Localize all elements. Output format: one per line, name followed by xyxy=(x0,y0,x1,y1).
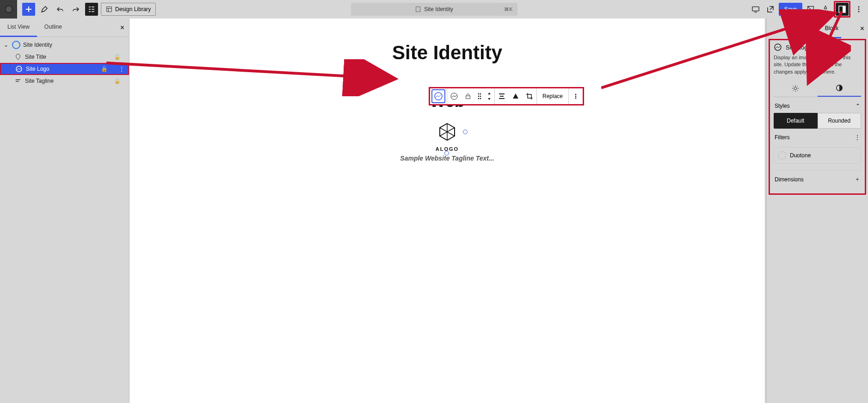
pill-rounded-label: Rounded xyxy=(828,118,850,124)
dimensions-section-header[interactable]: Dimensions ＋ xyxy=(774,170,861,188)
tab-page-label: Page xyxy=(796,25,809,31)
add-block-button[interactable] xyxy=(22,3,35,16)
chevron-up-icon: ⌃ xyxy=(856,103,860,109)
edit-mode-button[interactable] xyxy=(38,3,51,16)
styles-subtab[interactable] xyxy=(818,80,862,97)
styles-button[interactable] xyxy=(819,3,832,16)
tree-item-site-logo[interactable]: Site Logo 🔒 ⋮ xyxy=(0,63,129,75)
tree-root-label: Site Identity xyxy=(23,42,52,48)
undo-button[interactable] xyxy=(54,3,67,16)
replace-label: Replace xyxy=(542,93,563,99)
document-title-bar[interactable]: Site Identity ⌘K xyxy=(351,3,517,16)
svg-point-14 xyxy=(478,93,480,95)
library-icon xyxy=(106,6,112,12)
drag-handle[interactable] xyxy=(475,89,484,103)
duotone-label: Duotone xyxy=(790,152,811,159)
block-tree: ⌄ Site Identity Site Title 🔒 Site Logo 🔒… xyxy=(0,37,129,87)
page-title: Site Identity xyxy=(129,42,765,64)
block-more-button[interactable] xyxy=(569,89,583,103)
tab-page[interactable]: Page xyxy=(794,19,812,38)
wp-logo[interactable] xyxy=(0,0,17,19)
editor-canvas: Site Identity Web Replace xyxy=(129,19,765,403)
block-description: Display an image to represent this site.… xyxy=(774,54,861,75)
block-type-button[interactable] xyxy=(431,89,445,103)
svg-point-9 xyxy=(858,11,860,12)
settings-panel-button[interactable] xyxy=(836,3,849,16)
inspector-button[interactable] xyxy=(804,3,817,16)
tab-block-label: Block xyxy=(825,25,838,31)
document-overview-button[interactable] xyxy=(85,3,98,16)
style-default-button[interactable]: Default xyxy=(774,113,818,129)
svg-rect-2 xyxy=(107,7,112,12)
svg-point-22 xyxy=(575,98,577,99)
redo-button[interactable] xyxy=(69,3,82,16)
svg-rect-6 xyxy=(843,6,845,12)
svg-point-15 xyxy=(480,93,481,95)
view-desktop-button[interactable] xyxy=(749,3,762,16)
more-vertical-icon[interactable]: ⋮ xyxy=(855,134,860,141)
tab-list-view[interactable]: List View xyxy=(0,19,37,37)
tree-item-label: Site Logo xyxy=(26,66,49,72)
align-button[interactable] xyxy=(495,89,509,103)
design-library-button[interactable]: Design Library xyxy=(101,3,156,16)
tagline-icon xyxy=(14,77,22,85)
lock-icon: 🔒 xyxy=(114,54,121,60)
svg-point-20 xyxy=(575,94,577,95)
plus-icon[interactable]: ＋ xyxy=(855,175,860,183)
duotone-toolbar-button[interactable] xyxy=(509,89,523,103)
filters-section-label: Filters xyxy=(775,134,790,141)
svg-point-21 xyxy=(575,96,577,97)
chevron-down-icon: ⌄ xyxy=(4,42,9,48)
pill-default-label: Default xyxy=(787,118,804,124)
svg-point-19 xyxy=(480,98,481,99)
svg-rect-3 xyxy=(416,7,420,12)
page-icon xyxy=(415,6,421,12)
settings-subtab[interactable] xyxy=(774,80,818,97)
resize-handle-bottom[interactable] xyxy=(444,151,449,155)
logo-image xyxy=(437,122,457,142)
lock-icon: 🔒 xyxy=(114,78,121,84)
site-tagline-block[interactable]: Sample Website Tagline Text... xyxy=(129,155,765,162)
more-menu-button[interactable] xyxy=(852,3,865,16)
close-list-view-button[interactable]: × xyxy=(120,24,124,32)
tab-block[interactable]: Block xyxy=(822,19,841,38)
style-rounded-button[interactable]: Rounded xyxy=(818,113,862,129)
svg-point-18 xyxy=(478,98,480,99)
svg-point-7 xyxy=(858,6,860,8)
tree-item-site-title[interactable]: Site Title 🔒 xyxy=(0,51,129,63)
block-toolbar: Replace xyxy=(429,87,584,105)
filters-section-header[interactable]: Filters ⋮ xyxy=(774,129,861,144)
close-sidebar-button[interactable]: × xyxy=(860,25,864,33)
svg-point-24 xyxy=(794,87,797,89)
site-logo-icon xyxy=(15,65,23,73)
contrast-icon xyxy=(835,84,843,92)
view-external-button[interactable] xyxy=(764,3,777,16)
lock-icon: 🔒 xyxy=(101,66,108,72)
styles-section-label: Styles xyxy=(775,103,790,109)
crop-button[interactable] xyxy=(523,89,536,103)
resize-handle-right[interactable] xyxy=(463,130,468,134)
tree-item-label: Site Tagline xyxy=(25,78,54,84)
settings-button-highlight xyxy=(834,1,850,18)
styles-section-header[interactable]: Styles ⌃ xyxy=(774,97,861,113)
svg-rect-13 xyxy=(466,96,470,99)
block-name-label: Site Logo xyxy=(786,44,811,51)
tree-root-site-identity[interactable]: ⌄ Site Identity xyxy=(0,39,129,51)
list-view-panel: List View Outline × ⌄ Site Identity Site… xyxy=(0,19,129,403)
tab-outline[interactable]: Outline xyxy=(37,19,69,37)
replace-button[interactable]: Replace xyxy=(537,88,568,104)
block-settings-highlight: Site Logo Display an image to represent … xyxy=(769,39,866,195)
parent-block-button[interactable] xyxy=(447,89,461,103)
move-updown-button[interactable] xyxy=(484,89,494,103)
tree-item-site-tagline[interactable]: Site Tagline 🔒 xyxy=(0,75,129,87)
tab-outline-label: Outline xyxy=(44,24,62,30)
lock-button[interactable] xyxy=(461,89,475,103)
save-button[interactable]: Save xyxy=(779,3,802,16)
more-options-icon[interactable]: ⋮ xyxy=(119,66,124,72)
command-shortcut: ⌘K xyxy=(504,6,512,12)
site-logo-block[interactable] xyxy=(435,119,460,144)
svg-rect-4 xyxy=(752,7,758,11)
duotone-filter-row[interactable]: Duotone xyxy=(774,147,861,164)
svg-point-1 xyxy=(6,6,12,12)
design-library-label: Design Library xyxy=(115,6,151,12)
